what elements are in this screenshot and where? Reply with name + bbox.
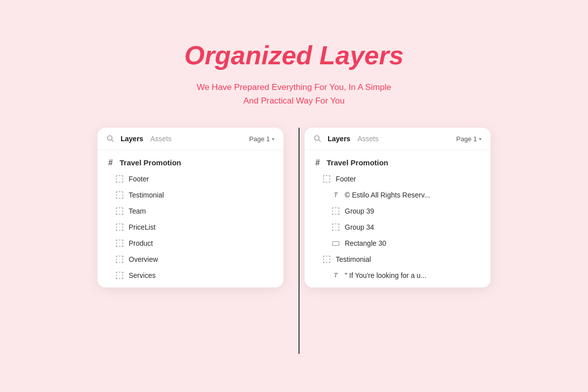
layer-name: Footer	[129, 175, 149, 183]
group-icon	[116, 239, 124, 247]
group-icon	[116, 255, 124, 263]
layer-name: Group 39	[345, 207, 374, 215]
list-item[interactable]: # Travel Promotion	[305, 154, 491, 171]
layer-name: Services	[129, 271, 156, 279]
right-panel: Layers Assets Page 1 ▾ # Travel Promotio…	[305, 128, 491, 287]
group-icon	[116, 207, 124, 215]
search-icon[interactable]	[107, 135, 115, 143]
list-item[interactable]: Services	[97, 267, 283, 283]
svg-point-2	[315, 136, 319, 140]
layer-name: Travel Promotion	[120, 158, 181, 167]
tab-assets-right[interactable]: Assets	[357, 135, 378, 143]
text-icon: T	[332, 191, 340, 199]
layer-name: Product	[129, 239, 153, 247]
layer-name: Group 34	[345, 223, 374, 231]
rect-icon	[332, 239, 340, 247]
chevron-down-icon: ▾	[479, 136, 481, 142]
layer-name: PriceList	[129, 223, 156, 231]
list-item[interactable]: Rectangle 30	[305, 235, 491, 251]
left-panel-header: Layers Assets Page 1 ▾	[97, 128, 283, 150]
left-layer-list: # Travel Promotion Footer Testimonial	[97, 150, 283, 287]
list-item[interactable]: Footer	[305, 171, 491, 187]
layer-name: Team	[129, 207, 146, 215]
text-icon: T	[332, 271, 340, 279]
panel-divider	[299, 128, 300, 354]
layer-name: Footer	[336, 175, 356, 183]
chevron-down-icon: ▾	[272, 136, 274, 142]
list-item[interactable]: Group 34	[305, 219, 491, 235]
page-selector-left[interactable]: Page 1 ▾	[249, 135, 274, 143]
subtitle: We Have Prepared Everything For You, In …	[197, 80, 391, 108]
layer-name: " If You're looking for a u...	[345, 271, 427, 279]
group-icon	[116, 223, 124, 231]
search-icon[interactable]	[314, 135, 322, 143]
group-icon	[323, 175, 331, 183]
layer-name: Overview	[129, 255, 158, 263]
list-item[interactable]: Product	[97, 235, 283, 251]
list-item[interactable]: Team	[97, 203, 283, 219]
panels-container: Layers Assets Page 1 ▾ # Travel Promotio…	[0, 128, 588, 354]
layer-name: Testimonial	[336, 255, 371, 263]
group-icon	[332, 223, 340, 231]
list-item[interactable]: Overview	[97, 251, 283, 267]
hero-section: Organized Layers We Have Prepared Everyt…	[184, 0, 404, 108]
frame-icon: #	[314, 159, 322, 167]
left-tabs: Layers Assets	[121, 135, 243, 143]
group-icon	[116, 191, 124, 199]
list-item[interactable]: Group 39	[305, 203, 491, 219]
tab-assets-left[interactable]: Assets	[150, 135, 171, 143]
group-icon	[323, 255, 331, 263]
group-icon	[332, 207, 340, 215]
list-item[interactable]: Testimonial	[97, 187, 283, 203]
list-item[interactable]: T " If You're looking for a u...	[305, 267, 491, 283]
tab-layers-right[interactable]: Layers	[328, 135, 350, 143]
svg-line-1	[112, 140, 114, 142]
list-item[interactable]: Footer	[97, 171, 283, 187]
page-title: Organized Layers	[184, 40, 404, 70]
left-panel: Layers Assets Page 1 ▾ # Travel Promotio…	[97, 128, 283, 287]
list-item[interactable]: # Travel Promotion	[97, 154, 283, 171]
list-item[interactable]: Testimonial	[305, 251, 491, 267]
layer-name: Testimonial	[129, 191, 164, 199]
right-tabs: Layers Assets	[328, 135, 450, 143]
list-item[interactable]: T © Estilo All Rights Reserv...	[305, 187, 491, 203]
page-selector-right[interactable]: Page 1 ▾	[456, 135, 481, 143]
right-layer-list: # Travel Promotion Footer T © Estilo All…	[305, 150, 491, 287]
layer-name: © Estilo All Rights Reserv...	[345, 191, 430, 199]
frame-icon: #	[107, 159, 115, 167]
tab-layers-left[interactable]: Layers	[121, 135, 143, 143]
svg-point-0	[108, 136, 112, 140]
layer-name: Travel Promotion	[327, 158, 388, 167]
layer-name: Rectangle 30	[345, 239, 386, 247]
right-panel-header: Layers Assets Page 1 ▾	[305, 128, 491, 150]
group-icon	[116, 175, 124, 183]
svg-line-3	[319, 140, 321, 142]
list-item[interactable]: PriceList	[97, 219, 283, 235]
group-icon	[116, 271, 124, 279]
